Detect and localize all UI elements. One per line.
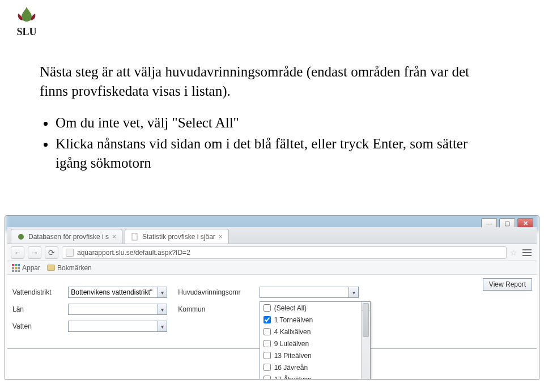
menu-icon[interactable] [521, 246, 533, 259]
scroll-thumb[interactable] [363, 303, 369, 337]
vattendistrikt-label: Vattendistrikt [12, 288, 66, 296]
dropdown-item-label: 9 Luleälven [274, 340, 309, 348]
kommun-label: Kommun [178, 305, 257, 313]
view-report-button[interactable]: View Report [483, 278, 532, 291]
back-button[interactable]: ← [11, 246, 24, 259]
tab-label: Statistik provfiske i sjöar [142, 233, 215, 241]
browser-window: — ▢ ✕ Databasen för provfiske i s × Stat… [5, 215, 539, 380]
vattendistrikt-input[interactable] [69, 287, 158, 297]
chevron-down-icon[interactable]: ▾ [348, 287, 358, 297]
dropdown-checkbox[interactable] [264, 340, 271, 347]
dropdown-checkbox[interactable] [264, 352, 271, 359]
dropdown-checkbox[interactable] [264, 304, 271, 312]
folder-label: Bokmärken [57, 264, 92, 272]
vatten-label: Vatten [12, 322, 66, 330]
slide-bullet-1: Om du inte vet, välj "Select All" [56, 113, 482, 133]
dropdown-item[interactable]: (Select All) [260, 302, 370, 314]
dropdown-item[interactable]: 1 Torneälven [260, 314, 370, 326]
dropdown-item-label: 16 Jävreån [274, 364, 308, 372]
huvud-input[interactable] [260, 287, 349, 297]
dropdown-checkbox[interactable] [264, 328, 271, 335]
filter-panel: View Report Vattendistrikt ▾ Huvudavrinn… [7, 278, 537, 349]
page-icon [131, 233, 139, 241]
favicon-icon [17, 233, 25, 241]
dropdown-item[interactable]: 9 Luleälven [260, 338, 370, 350]
svg-point-1 [18, 234, 24, 240]
tab-close-icon[interactable]: × [219, 233, 223, 241]
reload-button[interactable]: ⟳ [45, 246, 58, 259]
dropdown-checkbox[interactable] [264, 364, 271, 371]
folder-icon [47, 265, 55, 271]
lan-combo[interactable]: ▾ [68, 304, 167, 315]
bookmarks-folder[interactable]: Bokmärken [47, 264, 92, 272]
bookmarks-bar: Appar Bokmärken [7, 261, 537, 275]
site-icon [66, 249, 74, 257]
forward-button[interactable]: → [28, 246, 41, 259]
url-text: aquarapport.slu.se/default.aspx?ID=2 [77, 249, 190, 257]
bookmark-star-icon[interactable]: ☆ [510, 248, 517, 257]
slide-bullet-2: Klicka nånstans vid sidan om i det blå f… [56, 134, 482, 173]
svg-text:SLU: SLU [16, 26, 36, 37]
dropdown-scrollbar[interactable]: ▲ ▼ [361, 302, 370, 380]
browser-tab-1[interactable]: Databasen för provfiske i s × [11, 229, 122, 244]
chevron-down-icon[interactable]: ▾ [158, 304, 167, 314]
dropdown-item[interactable]: 16 Jävreån [260, 361, 370, 373]
chevron-down-icon[interactable]: ▾ [158, 287, 167, 297]
dropdown-item-label: 13 Piteälven [274, 352, 312, 360]
chevron-down-icon[interactable]: ▾ [158, 321, 167, 331]
dropdown-item-label: 17 Åbyälven [274, 376, 312, 380]
huvud-label: Huvudavrinningsomr [178, 288, 257, 296]
apps-icon [12, 264, 20, 272]
dropdown-item-label: 4 Kalixälven [274, 328, 311, 336]
browser-tab-strip: Databasen för provfiske i s × Statistik … [7, 227, 537, 244]
dropdown-item-label: (Select All) [274, 304, 307, 312]
slide-paragraph: Nästa steg är att välja huvudavrinningso… [40, 62, 482, 101]
dropdown-item[interactable]: 4 Kalixälven [260, 326, 370, 338]
dropdown-item-label: 1 Torneälven [274, 316, 313, 324]
vatten-combo[interactable]: ▾ [68, 321, 167, 332]
vatten-input[interactable] [69, 321, 158, 331]
browser-tab-2[interactable]: Statistik provfiske i sjöar × [125, 229, 229, 244]
apps-shortcut[interactable]: Appar [12, 264, 40, 272]
dropdown-checkbox[interactable] [264, 376, 271, 380]
tab-label: Databasen för provfiske i s [28, 233, 109, 241]
tab-close-icon[interactable]: × [112, 233, 116, 241]
dropdown-checkbox[interactable] [264, 316, 271, 323]
lan-label: Län [12, 305, 66, 313]
report-page: View Report Vattendistrikt ▾ Huvudavrinn… [7, 275, 537, 379]
apps-label: Appar [22, 264, 40, 272]
dropdown-item[interactable]: 13 Piteälven [260, 350, 370, 361]
lan-input[interactable] [69, 304, 158, 314]
address-bar[interactable]: aquarapport.slu.se/default.aspx?ID=2 [62, 246, 507, 259]
vattendistrikt-combo[interactable]: ▾ [68, 287, 167, 298]
slu-logo: SLU [11, 6, 42, 41]
huvud-dropdown-panel[interactable]: (Select All)1 Torneälven4 Kalixälven9 Lu… [260, 301, 371, 380]
browser-toolbar: ← → ⟳ aquarapport.slu.se/default.aspx?ID… [7, 244, 537, 261]
huvud-combo[interactable]: ▾ [260, 287, 359, 298]
dropdown-item[interactable]: 17 Åbyälven [260, 373, 370, 380]
